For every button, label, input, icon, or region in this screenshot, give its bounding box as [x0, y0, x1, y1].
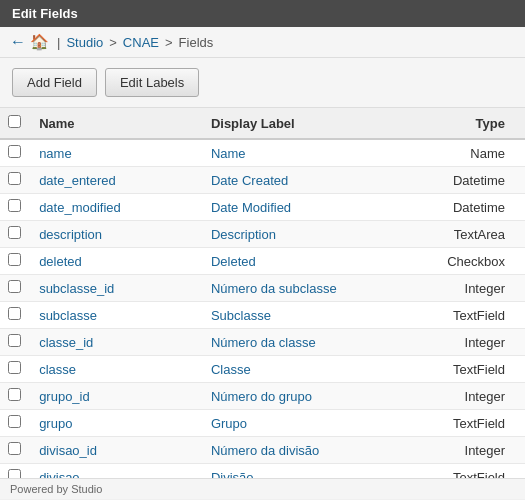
field-name-link[interactable]: subclasse_id: [39, 281, 114, 296]
row-checkbox[interactable]: [8, 199, 21, 212]
row-checkbox[interactable]: [8, 361, 21, 374]
row-checkbox[interactable]: [8, 280, 21, 293]
field-display-label-link[interactable]: Date Created: [211, 173, 288, 188]
field-display-label-link[interactable]: Número da classe: [211, 335, 316, 350]
field-name-link[interactable]: subclasse: [39, 308, 97, 323]
table-row: classe_idNúmero da classeInteger: [0, 329, 525, 356]
row-display-label-cell: Número do grupo: [203, 383, 418, 410]
field-name-link[interactable]: classe: [39, 362, 76, 377]
row-display-label-cell: Date Created: [203, 167, 418, 194]
breadcrumb-fields: Fields: [179, 35, 214, 50]
header-display-label: Display Label: [203, 108, 418, 139]
field-display-label-link[interactable]: Classe: [211, 362, 251, 377]
field-name-link[interactable]: divisao: [39, 470, 79, 479]
row-name-cell: grupo_id: [31, 383, 203, 410]
field-display-label-link[interactable]: Número da subclasse: [211, 281, 337, 296]
row-checkbox-cell: [0, 302, 31, 329]
row-display-label-cell: Divisão: [203, 464, 418, 479]
footer: Powered by Studio: [0, 478, 525, 499]
field-name-link[interactable]: divisao_id: [39, 443, 97, 458]
header-name: Name: [31, 108, 203, 139]
breadcrumb-cnae[interactable]: CNAE: [123, 35, 159, 50]
row-checkbox[interactable]: [8, 334, 21, 347]
field-display-label-link[interactable]: Número do grupo: [211, 389, 312, 404]
table-row: descriptionDescriptionTextArea: [0, 221, 525, 248]
field-name-link[interactable]: deleted: [39, 254, 82, 269]
field-name-link[interactable]: description: [39, 227, 102, 242]
row-checkbox-cell: [0, 356, 31, 383]
row-checkbox[interactable]: [8, 442, 21, 455]
table-row: grupo_idNúmero do grupoInteger: [0, 383, 525, 410]
back-button[interactable]: ←: [10, 33, 26, 51]
row-name-cell: date_entered: [31, 167, 203, 194]
row-checkbox[interactable]: [8, 469, 21, 478]
row-name-cell: date_modified: [31, 194, 203, 221]
row-type-cell: Integer: [418, 275, 525, 302]
row-checkbox[interactable]: [8, 172, 21, 185]
field-display-label-link[interactable]: Subclasse: [211, 308, 271, 323]
breadcrumb-studio[interactable]: Studio: [66, 35, 103, 50]
row-type-cell: Name: [418, 139, 525, 167]
row-display-label-cell: Grupo: [203, 410, 418, 437]
field-name-link[interactable]: grupo: [39, 416, 72, 431]
row-type-cell: Datetime: [418, 167, 525, 194]
field-name-link[interactable]: name: [39, 146, 72, 161]
row-display-label-cell: Name: [203, 139, 418, 167]
field-name-link[interactable]: date_modified: [39, 200, 121, 215]
row-checkbox-cell: [0, 194, 31, 221]
table-row: grupoGrupoTextField: [0, 410, 525, 437]
field-display-label-link[interactable]: Deleted: [211, 254, 256, 269]
row-name-cell: divisao_id: [31, 437, 203, 464]
row-display-label-cell: Date Modified: [203, 194, 418, 221]
field-display-label-link[interactable]: Divisão: [211, 470, 254, 479]
select-all-checkbox[interactable]: [8, 115, 21, 128]
footer-text: Powered by Studio: [10, 483, 102, 495]
row-checkbox[interactable]: [8, 388, 21, 401]
row-name-cell: subclasse_id: [31, 275, 203, 302]
row-checkbox-cell: [0, 437, 31, 464]
row-checkbox[interactable]: [8, 253, 21, 266]
field-name-link[interactable]: date_entered: [39, 173, 116, 188]
field-display-label-link[interactable]: Número da divisão: [211, 443, 319, 458]
row-checkbox-cell: [0, 221, 31, 248]
row-checkbox-cell: [0, 410, 31, 437]
nav-arrow-1: >: [109, 35, 117, 50]
field-name-link[interactable]: grupo_id: [39, 389, 90, 404]
field-display-label-link[interactable]: Name: [211, 146, 246, 161]
table-row: date_modifiedDate ModifiedDatetime: [0, 194, 525, 221]
row-checkbox[interactable]: [8, 307, 21, 320]
add-field-button[interactable]: Add Field: [12, 68, 97, 97]
row-name-cell: classe: [31, 356, 203, 383]
table-header-row: Name Display Label Type: [0, 108, 525, 139]
row-checkbox-cell: [0, 167, 31, 194]
edit-labels-button[interactable]: Edit Labels: [105, 68, 199, 97]
header-type: Type: [418, 108, 525, 139]
row-type-cell: TextField: [418, 410, 525, 437]
row-type-cell: Integer: [418, 437, 525, 464]
row-type-cell: Integer: [418, 329, 525, 356]
field-name-link[interactable]: classe_id: [39, 335, 93, 350]
table-row: divisao_idNúmero da divisãoInteger: [0, 437, 525, 464]
row-checkbox-cell: [0, 329, 31, 356]
field-display-label-link[interactable]: Grupo: [211, 416, 247, 431]
row-checkbox[interactable]: [8, 415, 21, 428]
row-display-label-cell: Número da subclasse: [203, 275, 418, 302]
row-display-label-cell: Description: [203, 221, 418, 248]
home-icon[interactable]: 🏠: [30, 33, 49, 51]
row-type-cell: TextField: [418, 356, 525, 383]
action-bar: Add Field Edit Labels: [0, 58, 525, 108]
title-bar-label: Edit Fields: [12, 6, 78, 21]
row-checkbox[interactable]: [8, 226, 21, 239]
row-checkbox[interactable]: [8, 145, 21, 158]
row-name-cell: deleted: [31, 248, 203, 275]
field-display-label-link[interactable]: Description: [211, 227, 276, 242]
nav-separator-1: |: [57, 35, 60, 50]
row-name-cell: grupo: [31, 410, 203, 437]
row-display-label-cell: Número da classe: [203, 329, 418, 356]
row-type-cell: Integer: [418, 383, 525, 410]
table-body: nameNameNamedate_enteredDate CreatedDate…: [0, 139, 525, 478]
row-type-cell: Datetime: [418, 194, 525, 221]
field-display-label-link[interactable]: Date Modified: [211, 200, 291, 215]
table-row: date_enteredDate CreatedDatetime: [0, 167, 525, 194]
row-display-label-cell: Classe: [203, 356, 418, 383]
